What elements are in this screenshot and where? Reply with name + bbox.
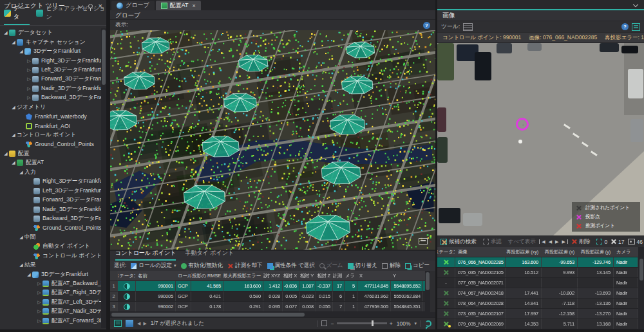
expanded-arrow-icon[interactable]: ◢	[18, 49, 24, 54]
collapsed-arrow-icon[interactable]: ▷	[36, 300, 43, 305]
tree-item[interactable]: ◢3DデータFrankfurt	[0, 47, 101, 56]
table-row[interactable]: - 077_035_NAD002071 Nadir	[437, 278, 638, 288]
tree-item[interactable]: ◢結果	[0, 261, 101, 270]
tree-item[interactable]: Ground_Control_Points	[0, 223, 101, 232]
enable-disable-button[interactable]: 有効化/無効化	[181, 262, 223, 270]
help-icon[interactable]: ?	[621, 23, 629, 30]
pin-icon[interactable]	[88, 4, 93, 8]
scrollbar[interactable]	[638, 247, 644, 332]
tree-item[interactable]: Ground_Control_Points	[0, 140, 101, 149]
refresh-icon[interactable]	[425, 320, 431, 327]
table-row[interactable]: 078_064_NAD002028 14.941 -7.118 -13.136 …	[437, 299, 638, 309]
chevron-down-icon[interactable]	[633, 2, 638, 7]
tree-item[interactable]: ◢ジオメトリ	[0, 103, 101, 112]
tree-item[interactable]: ▷Left_3DデータFrankfurt	[0, 66, 101, 75]
scrollbar[interactable]	[101, 28, 106, 328]
tree-item[interactable]: ◢配置AT	[0, 158, 101, 167]
chevron-down-icon[interactable]: ▾	[414, 321, 417, 326]
table-row[interactable]: 076_066_NAD002285 163.600 -99.653 -129.7…	[437, 257, 638, 268]
tree-item[interactable]: ▷Backward_3DデータFrankfurt	[0, 93, 101, 102]
role-settings-button[interactable]: ロールの設定▾	[131, 262, 176, 270]
tree-item[interactable]: ▷配置AT_Right_3DデータFrankf...	[0, 288, 101, 297]
form-view-icon[interactable]	[126, 320, 133, 327]
slider-thumb[interactable]	[372, 320, 374, 326]
tree-item[interactable]: ◢中間	[0, 233, 101, 242]
tree-item[interactable]: Forward_3DデータFrankfurt	[0, 196, 101, 205]
delete-button[interactable]: 削除	[571, 238, 590, 246]
tree-item[interactable]: ▷配置AT_Left_3DデータFrankfurt	[0, 298, 101, 307]
tree-item[interactable]: ▷配置AT_Nadir_3DデータFrankf...	[0, 307, 101, 316]
tab-adjust-at[interactable]: 配置AT×	[156, 1, 201, 10]
toggle-button[interactable]: 切り替え	[348, 262, 377, 270]
tree-item[interactable]: ▷Forward_3DデータFrankfurt	[0, 75, 101, 84]
tree-item[interactable]: ◢3DデータFrankfurt	[0, 270, 101, 279]
expanded-arrow-icon[interactable]: ◢	[10, 160, 17, 165]
horizontal-scrollbar[interactable]	[110, 312, 435, 317]
tree-item[interactable]: 自動タイ ポイント	[0, 242, 101, 251]
table-row[interactable]: 073_035_NAD002107 17.997 -12.158 -13.270…	[437, 309, 638, 319]
last-button[interactable]: ▶	[562, 239, 568, 244]
slider-track[interactable]	[337, 322, 387, 324]
scrollbar-thumb[interactable]	[102, 30, 106, 85]
tree-item[interactable]: コントロール ポイント	[0, 252, 101, 261]
expanded-arrow-icon[interactable]: ◢	[18, 263, 24, 268]
3d-map-canvas[interactable]	[110, 30, 435, 250]
tree-item[interactable]: ◢入力	[0, 168, 101, 177]
zoom-out-button[interactable]: −	[331, 320, 334, 327]
select-by-attribute-button[interactable]: 属性条件 で選択	[267, 262, 315, 270]
table-row[interactable]: 075_035_NAD002105 16.512 9.993 13.145 Na…	[437, 268, 638, 278]
copy-button[interactable]: コピー	[405, 262, 430, 270]
reject-measurement-button[interactable]: 計測を却下	[227, 262, 263, 270]
close-tab-icon[interactable]: ×	[192, 3, 195, 9]
scrollbar-thumb[interactable]	[111, 313, 305, 317]
tree-item[interactable]: ◢コントロール ポイント	[0, 131, 101, 140]
next-icon[interactable]: ▶	[143, 321, 146, 326]
collapsed-arrow-icon[interactable]: ▷	[26, 68, 32, 73]
screen-icon[interactable]	[419, 238, 428, 244]
clear-button[interactable]: 解除	[382, 262, 401, 270]
tree-item[interactable]: ▷Right_3DデータFrankfurt	[0, 56, 101, 65]
collapsed-arrow-icon[interactable]: ▷	[26, 86, 32, 91]
table-row[interactable]: 079_035_NAD002069 14.353 5.711 13.168 Na…	[437, 319, 638, 329]
tree-item[interactable]: ▷Nadir_3DデータFrankfurt	[0, 84, 101, 93]
expanded-arrow-icon[interactable]: ◢	[18, 170, 24, 175]
expanded-arrow-icon[interactable]: ◢	[18, 235, 24, 240]
collapsed-arrow-icon[interactable]: ▷	[36, 281, 43, 286]
search-candidates-button[interactable]: 候補の検索	[440, 238, 477, 246]
tab-visualization[interactable]: ビジュアライゼーション	[36, 5, 106, 25]
tree-item[interactable]: ◢配置	[0, 149, 101, 158]
previous-button[interactable]: ◀	[549, 239, 552, 244]
expanded-arrow-icon[interactable]: ◢	[10, 133, 17, 138]
tab-control-points[interactable]: コントロール ポイント	[115, 249, 176, 261]
first-button[interactable]: ◀	[539, 239, 545, 244]
expanded-arrow-icon[interactable]: ◢	[3, 151, 9, 156]
scrollbar-thumb[interactable]	[639, 259, 643, 281]
tree-item[interactable]: ◢データセット	[0, 28, 101, 37]
aerial-image-viewport[interactable]: 計測されたポイント 投影点 推測ポイント	[437, 43, 644, 235]
select-all-corner[interactable]	[110, 271, 118, 281]
tree-item[interactable]: Frankfurt_AOI	[0, 121, 101, 130]
collapsed-arrow-icon[interactable]: ▷	[26, 59, 32, 64]
tab-globe[interactable]: グローブ	[111, 1, 155, 10]
expanded-arrow-icon[interactable]: ◢	[26, 272, 32, 277]
tab-manual-tie-points[interactable]: 手動タイ ポイント	[185, 249, 234, 261]
zoom-button[interactable]: ズーム	[319, 262, 343, 270]
scrollbar[interactable]	[425, 271, 430, 312]
display-options-icon[interactable]	[321, 320, 327, 326]
map-viewport[interactable]	[110, 30, 435, 250]
tree-item[interactable]: ◢キャプチャ セッション	[0, 37, 101, 46]
tree-item[interactable]: ▷配置AT_Forward_3DデータFra...	[0, 317, 101, 326]
prev-icon[interactable]: ◀	[137, 321, 140, 326]
table-row[interactable]: 074_067_NAD002418 17.441 -10.802 -13.693…	[437, 288, 638, 299]
table-row[interactable]: 1 990001 GCP 41.565 163.600 1.412 -0.836…	[110, 281, 430, 291]
table-row[interactable]: 2 990005 GCP 0.421 0.590 0.028 0.005 -0.…	[110, 291, 430, 302]
zoom-level[interactable]: 100%	[397, 320, 411, 327]
scrollbar-thumb[interactable]	[426, 272, 430, 290]
collapsed-arrow-icon[interactable]: ▷	[26, 95, 32, 100]
collapsed-arrow-icon[interactable]: ▷	[36, 318, 43, 324]
table-view-icon[interactable]	[114, 320, 122, 327]
control-point-marker[interactable]	[516, 118, 529, 131]
zoom-in-button[interactable]: +	[390, 320, 393, 327]
tree-item[interactable]: Right_3DデータFrankfurt	[0, 177, 101, 186]
expanded-arrow-icon[interactable]: ◢	[3, 30, 9, 35]
